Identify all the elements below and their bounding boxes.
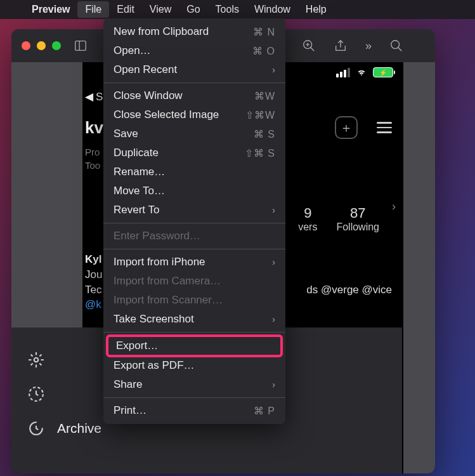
menu-item-label: Save bbox=[114, 128, 138, 140]
menu-item-import-from-scanner: Import from Scanner… bbox=[103, 291, 285, 310]
menu-item-print[interactable]: Print…⌘ P bbox=[103, 401, 285, 420]
menu-separator bbox=[103, 332, 285, 333]
right-gutter bbox=[402, 29, 435, 473]
followers-stat[interactable]: 9 vers bbox=[298, 205, 317, 233]
fullscreen-window-button[interactable] bbox=[52, 41, 61, 50]
menu-item-rename[interactable]: Rename… bbox=[103, 162, 285, 182]
menu-item-export[interactable]: Export… bbox=[106, 334, 283, 357]
menubar-item-help[interactable]: Help bbox=[298, 1, 334, 18]
gear-icon bbox=[28, 352, 44, 368]
submenu-arrow-icon: › bbox=[272, 205, 275, 215]
submenu-arrow-icon: › bbox=[272, 257, 275, 267]
signal-icon bbox=[336, 68, 350, 77]
menu-separator bbox=[103, 223, 285, 223]
menu-item-shortcut: ⌘ P bbox=[254, 405, 275, 417]
file-menu-dropdown: New from Clipboard⌘ NOpen…⌘ OOpen Recent… bbox=[103, 18, 285, 424]
menubar-item-view[interactable]: View bbox=[142, 1, 179, 18]
menu-item-shortcut: ⌘ N bbox=[253, 26, 275, 38]
menubar-item-edit[interactable]: Edit bbox=[109, 1, 142, 18]
menu-item-move-to[interactable]: Move To… bbox=[103, 182, 285, 201]
menu-item-label: Open Recent bbox=[114, 63, 177, 76]
menu-item-import-from-iphone[interactable]: Import from iPhone› bbox=[103, 253, 285, 272]
menu-item-label: Revert To bbox=[114, 204, 159, 216]
menu-item-label: New from Clipboard bbox=[114, 25, 209, 38]
menubar-item-go[interactable]: Go bbox=[179, 1, 207, 18]
menu-item-save[interactable]: Save⌘ S bbox=[103, 124, 285, 143]
close-window-button[interactable] bbox=[22, 41, 30, 50]
menubar-item-file[interactable]: File bbox=[77, 1, 109, 18]
minimize-window-button[interactable] bbox=[37, 41, 46, 50]
svg-line-3 bbox=[311, 48, 315, 51]
menubar-item-window[interactable]: Window bbox=[247, 1, 298, 18]
menu-item-label: Export… bbox=[116, 340, 158, 352]
menubar-app-name[interactable]: Preview bbox=[24, 1, 77, 18]
svg-line-7 bbox=[398, 48, 402, 51]
menu-item-share[interactable]: Share› bbox=[103, 375, 285, 394]
menubar-items: Preview File Edit View Go Tools Window H… bbox=[24, 1, 334, 18]
menu-item-label: Duplicate bbox=[114, 147, 159, 159]
menu-item-shortcut: ⌘ S bbox=[254, 128, 275, 140]
submenu-arrow-icon: › bbox=[272, 65, 275, 75]
sidebar-toggle-icon[interactable] bbox=[74, 39, 88, 53]
svg-point-6 bbox=[391, 41, 400, 49]
menu-item-label: Move To… bbox=[114, 185, 165, 197]
archive-icon bbox=[28, 420, 44, 437]
menu-separator bbox=[103, 249, 285, 249]
svg-point-8 bbox=[34, 358, 39, 362]
submenu-arrow-icon: › bbox=[272, 380, 275, 390]
menu-item-label: Import from Camera… bbox=[114, 275, 221, 288]
menu-item-shortcut: ⇧⌘ S bbox=[245, 147, 275, 159]
menu-item-label: Share bbox=[114, 378, 142, 391]
menu-item-duplicate[interactable]: Duplicate⇧⌘ S bbox=[103, 143, 285, 162]
menu-item-label: Close Selected Image bbox=[114, 109, 219, 121]
chevron-right-icon[interactable]: › bbox=[392, 200, 396, 213]
menu-separator bbox=[103, 397, 285, 398]
search-icon[interactable] bbox=[389, 39, 403, 53]
menu-item-label: Export as PDF… bbox=[114, 359, 195, 372]
clock-dashed-icon bbox=[28, 386, 44, 402]
menu-item-open[interactable]: Open…⌘ O bbox=[103, 41, 285, 60]
profile-username: kv bbox=[85, 118, 103, 138]
menu-item-label: Enter Password… bbox=[114, 230, 200, 242]
menubar-item-tools[interactable]: Tools bbox=[208, 1, 247, 18]
menu-item-label: Print… bbox=[114, 404, 146, 417]
menu-item-enter-password: Enter Password… bbox=[103, 227, 285, 246]
menu-item-label: Open… bbox=[114, 44, 151, 57]
menu-item-label: Import from iPhone bbox=[114, 256, 205, 268]
menu-item-close-window[interactable]: Close Window⌘W bbox=[103, 86, 285, 105]
menu-item-label: Rename… bbox=[114, 166, 165, 178]
menu-item-shortcut: ⌘W bbox=[254, 90, 275, 102]
svg-rect-0 bbox=[75, 41, 86, 51]
traffic-lights bbox=[22, 41, 61, 50]
submenu-arrow-icon: › bbox=[272, 314, 275, 324]
following-stat[interactable]: 87 Following bbox=[336, 205, 379, 233]
menu-item-label: Close Window bbox=[114, 89, 183, 102]
overflow-icon[interactable]: » bbox=[365, 39, 372, 53]
menu-item-label: Import from Scanner… bbox=[114, 294, 223, 307]
zoom-in-icon[interactable] bbox=[302, 39, 316, 53]
add-button[interactable]: ＋ bbox=[335, 116, 358, 139]
menu-item-close-selected-image[interactable]: Close Selected Image⇧⌘W bbox=[103, 105, 285, 124]
menu-item-revert-to[interactable]: Revert To› bbox=[103, 201, 285, 220]
menu-button[interactable] bbox=[373, 116, 396, 139]
share-icon[interactable] bbox=[334, 39, 348, 53]
menu-item-take-screenshot[interactable]: Take Screenshot› bbox=[103, 310, 285, 329]
menu-item-open-recent[interactable]: Open Recent› bbox=[103, 60, 285, 79]
macos-menubar: Preview File Edit View Go Tools Window H… bbox=[0, 0, 475, 19]
menu-item-shortcut: ⌘ O bbox=[252, 45, 275, 57]
menu-item-label: Take Screenshot bbox=[114, 313, 194, 326]
menu-item-shortcut: ⇧⌘W bbox=[245, 109, 275, 121]
battery-icon: ⚡ bbox=[373, 67, 393, 77]
wifi-icon bbox=[355, 67, 368, 77]
menu-separator bbox=[103, 83, 285, 83]
menu-item-export-as-pdf[interactable]: Export as PDF… bbox=[103, 356, 285, 375]
menu-item-new-from-clipboard[interactable]: New from Clipboard⌘ N bbox=[103, 22, 285, 41]
menu-item-import-from-camera: Import from Camera… bbox=[103, 272, 285, 291]
